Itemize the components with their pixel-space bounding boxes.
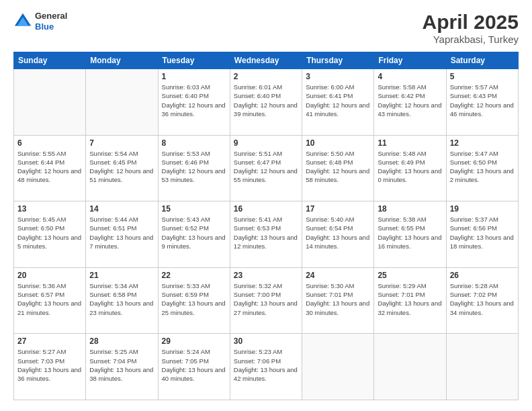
day-detail: Sunrise: 5:30 AMSunset: 7:01 PMDaylight:… <box>306 281 370 317</box>
logo-text: General Blue <box>35 11 67 32</box>
calendar-cell: 19Sunrise: 5:37 AMSunset: 6:56 PMDayligh… <box>446 201 518 268</box>
day-detail: Sunrise: 5:41 AMSunset: 6:53 PMDaylight:… <box>234 215 298 250</box>
calendar-cell: 12Sunrise: 5:47 AMSunset: 6:50 PMDayligh… <box>446 135 518 201</box>
calendar-header-sunday: Sunday <box>14 52 86 69</box>
calendar-cell: 29Sunrise: 5:24 AMSunset: 7:05 PMDayligh… <box>158 334 230 400</box>
day-number: 4 <box>378 72 442 81</box>
calendar-cell: 28Sunrise: 5:25 AMSunset: 7:04 PMDayligh… <box>86 334 158 400</box>
day-number: 28 <box>89 336 154 346</box>
calendar-header-monday: Monday <box>86 52 158 69</box>
calendar-cell: 15Sunrise: 5:43 AMSunset: 6:52 PMDayligh… <box>158 201 230 268</box>
logo-icon <box>13 12 32 31</box>
calendar-header-friday: Friday <box>374 52 446 69</box>
day-number: 22 <box>162 271 226 280</box>
day-detail: Sunrise: 6:01 AMSunset: 6:40 PMDaylight:… <box>234 83 298 118</box>
day-number: 24 <box>306 271 370 280</box>
day-detail: Sunrise: 5:48 AMSunset: 6:49 PMDaylight:… <box>378 149 442 185</box>
calendar-table: SundayMondayTuesdayWednesdayThursdayFrid… <box>13 52 519 400</box>
day-number: 18 <box>378 204 442 214</box>
calendar-cell <box>374 334 446 400</box>
day-number: 12 <box>450 138 515 148</box>
day-number: 16 <box>234 204 298 214</box>
calendar-cell <box>302 334 374 400</box>
day-detail: Sunrise: 6:03 AMSunset: 6:40 PMDaylight:… <box>162 83 226 118</box>
week-row-4: 20Sunrise: 5:36 AMSunset: 6:57 PMDayligh… <box>14 267 519 334</box>
day-detail: Sunrise: 5:36 AMSunset: 6:57 PMDaylight:… <box>17 281 82 317</box>
day-number: 3 <box>306 72 370 81</box>
header: General Blue April 2025 Yaprakbasi, Turk… <box>13 11 519 45</box>
day-detail: Sunrise: 5:54 AMSunset: 6:45 PMDaylight:… <box>89 149 154 185</box>
day-number: 13 <box>17 204 82 214</box>
calendar-cell: 10Sunrise: 5:50 AMSunset: 6:48 PMDayligh… <box>302 135 374 201</box>
calendar-cell: 13Sunrise: 5:45 AMSunset: 6:50 PMDayligh… <box>14 201 86 268</box>
day-detail: Sunrise: 5:24 AMSunset: 7:05 PMDaylight:… <box>162 347 226 383</box>
logo: General Blue <box>13 11 67 32</box>
calendar-header-thursday: Thursday <box>302 52 374 69</box>
day-detail: Sunrise: 5:45 AMSunset: 6:50 PMDaylight:… <box>17 215 82 250</box>
calendar-cell: 16Sunrise: 5:41 AMSunset: 6:53 PMDayligh… <box>230 201 302 268</box>
calendar-cell: 5Sunrise: 5:57 AMSunset: 6:43 PMDaylight… <box>446 69 518 136</box>
calendar-title: April 2025 <box>423 11 519 34</box>
day-number: 14 <box>89 204 154 214</box>
week-row-2: 6Sunrise: 5:55 AMSunset: 6:44 PMDaylight… <box>14 135 519 201</box>
logo-blue: Blue <box>35 21 67 32</box>
calendar-cell: 2Sunrise: 6:01 AMSunset: 6:40 PMDaylight… <box>230 69 302 136</box>
day-detail: Sunrise: 5:58 AMSunset: 6:42 PMDaylight:… <box>378 83 442 118</box>
day-detail: Sunrise: 5:50 AMSunset: 6:48 PMDaylight:… <box>306 149 370 185</box>
calendar-cell: 9Sunrise: 5:51 AMSunset: 6:47 PMDaylight… <box>230 135 302 201</box>
calendar-cell: 23Sunrise: 5:32 AMSunset: 7:00 PMDayligh… <box>230 267 302 334</box>
calendar-cell <box>14 69 86 136</box>
day-detail: Sunrise: 5:27 AMSunset: 7:03 PMDaylight:… <box>17 347 82 383</box>
day-number: 1 <box>162 72 226 81</box>
day-detail: Sunrise: 5:43 AMSunset: 6:52 PMDaylight:… <box>162 215 226 250</box>
calendar-cell: 20Sunrise: 5:36 AMSunset: 6:57 PMDayligh… <box>14 267 86 334</box>
week-row-5: 27Sunrise: 5:27 AMSunset: 7:03 PMDayligh… <box>14 334 519 400</box>
day-number: 17 <box>306 204 370 214</box>
calendar-header-row: SundayMondayTuesdayWednesdayThursdayFrid… <box>14 52 519 69</box>
day-detail: Sunrise: 5:57 AMSunset: 6:43 PMDaylight:… <box>450 83 515 118</box>
calendar-cell: 25Sunrise: 5:29 AMSunset: 7:01 PMDayligh… <box>374 267 446 334</box>
day-number: 21 <box>89 271 154 280</box>
day-number: 23 <box>234 271 298 280</box>
logo-general: General <box>35 11 67 21</box>
day-detail: Sunrise: 6:00 AMSunset: 6:41 PMDaylight:… <box>306 83 370 118</box>
calendar-cell: 17Sunrise: 5:40 AMSunset: 6:54 PMDayligh… <box>302 201 374 268</box>
day-detail: Sunrise: 5:55 AMSunset: 6:44 PMDaylight:… <box>17 149 82 185</box>
calendar-cell: 14Sunrise: 5:44 AMSunset: 6:51 PMDayligh… <box>86 201 158 268</box>
day-number: 30 <box>234 336 298 346</box>
day-detail: Sunrise: 5:40 AMSunset: 6:54 PMDaylight:… <box>306 215 370 250</box>
day-detail: Sunrise: 5:32 AMSunset: 7:00 PMDaylight:… <box>234 281 298 317</box>
week-row-3: 13Sunrise: 5:45 AMSunset: 6:50 PMDayligh… <box>14 201 519 268</box>
day-number: 10 <box>306 138 370 148</box>
page: General Blue April 2025 Yaprakbasi, Turk… <box>0 0 532 411</box>
day-number: 29 <box>162 336 226 346</box>
calendar-cell: 11Sunrise: 5:48 AMSunset: 6:49 PMDayligh… <box>374 135 446 201</box>
day-detail: Sunrise: 5:44 AMSunset: 6:51 PMDaylight:… <box>89 215 154 250</box>
title-block: April 2025 Yaprakbasi, Turkey <box>423 11 519 45</box>
calendar-cell: 6Sunrise: 5:55 AMSunset: 6:44 PMDaylight… <box>14 135 86 201</box>
calendar-cell: 3Sunrise: 6:00 AMSunset: 6:41 PMDaylight… <box>302 69 374 136</box>
day-number: 26 <box>450 271 515 280</box>
day-detail: Sunrise: 5:28 AMSunset: 7:02 PMDaylight:… <box>450 281 515 317</box>
week-row-1: 1Sunrise: 6:03 AMSunset: 6:40 PMDaylight… <box>14 69 519 136</box>
day-detail: Sunrise: 5:47 AMSunset: 6:50 PMDaylight:… <box>450 149 515 185</box>
day-number: 6 <box>17 138 82 148</box>
day-number: 2 <box>234 72 298 81</box>
calendar-cell: 24Sunrise: 5:30 AMSunset: 7:01 PMDayligh… <box>302 267 374 334</box>
calendar-cell: 4Sunrise: 5:58 AMSunset: 6:42 PMDaylight… <box>374 69 446 136</box>
day-number: 19 <box>450 204 515 214</box>
day-number: 15 <box>162 204 226 214</box>
calendar-cell: 18Sunrise: 5:38 AMSunset: 6:55 PMDayligh… <box>374 201 446 268</box>
calendar-cell: 7Sunrise: 5:54 AMSunset: 6:45 PMDaylight… <box>86 135 158 201</box>
day-number: 9 <box>234 138 298 148</box>
day-number: 11 <box>378 138 442 148</box>
calendar-cell <box>86 69 158 136</box>
day-number: 25 <box>378 271 442 280</box>
calendar-cell <box>446 334 518 400</box>
day-detail: Sunrise: 5:33 AMSunset: 6:59 PMDaylight:… <box>162 281 226 317</box>
day-number: 27 <box>17 336 82 346</box>
day-detail: Sunrise: 5:38 AMSunset: 6:55 PMDaylight:… <box>378 215 442 250</box>
calendar-header-wednesday: Wednesday <box>230 52 302 69</box>
day-number: 5 <box>450 72 515 81</box>
day-number: 7 <box>89 138 154 148</box>
